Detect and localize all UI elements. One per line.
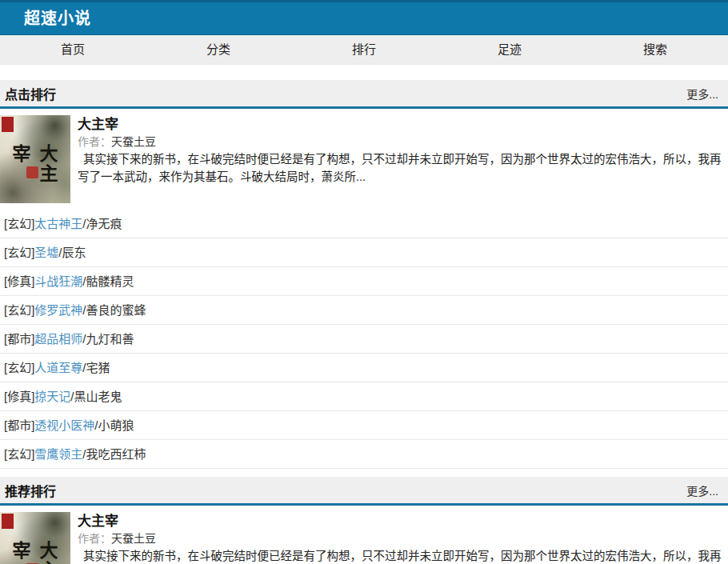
list-item: [玄幻]太古神王/净无痕 <box>0 210 728 238</box>
featured-book-title[interactable]: 大主宰 <box>78 116 725 134</box>
featured-book-author-line: 作者：天蚕土豆 <box>78 134 725 150</box>
book-category: [都市] <box>4 418 34 432</box>
nav-item-search[interactable]: 搜索 <box>582 35 728 64</box>
featured-book: 大主宰 大主宰 作者：天蚕土豆 其实接下来的新书，在斗破完结时便已经是有了构想，… <box>0 506 728 564</box>
list-item: [修真]掠天记/黑山老鬼 <box>0 382 728 411</box>
featured-book-description: 其实接下来的新书，在斗破完结时便已经是有了构想，只不过却并未立即开始写，因为那个… <box>78 150 725 186</box>
book-category: [玄幻] <box>4 447 34 461</box>
site-title[interactable]: 超速小说 <box>0 2 728 34</box>
book-title-link[interactable]: 雪鹰领主 <box>34 447 82 461</box>
section-title: 点击排行 <box>5 84 56 103</box>
author-name: 天蚕土豆 <box>111 135 156 148</box>
book-title-link[interactable]: 透视小医神 <box>34 418 94 432</box>
book-category: [玄幻] <box>4 361 34 374</box>
book-category: [修真] <box>4 390 34 403</box>
book-title-link[interactable]: 斗战狂潮 <box>34 274 82 288</box>
click-ranking-list: [玄幻]太古神王/净无痕 [玄幻]圣墟/辰东 [修真]斗战狂潮/骷髅精灵 [玄幻… <box>0 210 728 469</box>
featured-book: 大主宰 大主宰 作者：天蚕土豆 其实接下来的新书，在斗破完结时便已经是有了构想，… <box>0 109 728 203</box>
list-item: [都市]透视小医神/小萌狼 <box>0 411 728 440</box>
cover-red-corner-mark <box>2 514 14 529</box>
more-link[interactable]: 更多... <box>686 86 718 102</box>
book-title-link[interactable]: 超品相师 <box>34 332 82 346</box>
featured-book-author-line: 作者：天蚕土豆 <box>78 530 725 547</box>
featured-book-info: 大主宰 作者：天蚕土豆 其实接下来的新书，在斗破完结时便已经是有了构想，只不过却… <box>70 512 728 564</box>
more-link[interactable]: 更多... <box>686 482 718 498</box>
cover-red-corner-mark <box>2 117 14 132</box>
book-cover-image[interactable]: 大主宰 <box>0 115 70 203</box>
book-author: 骷髅精灵 <box>86 274 134 288</box>
list-item: [玄幻]修罗武神/善良的蜜蜂 <box>0 296 728 325</box>
book-category: [都市] <box>4 332 34 346</box>
cover-calligraphy-text: 大主宰 <box>6 541 61 564</box>
featured-book-title[interactable]: 大主宰 <box>78 513 725 530</box>
cover-red-seal <box>26 166 38 178</box>
book-category: [玄幻] <box>4 217 34 230</box>
list-item: [修真]斗战狂潮/骷髅精灵 <box>0 267 728 296</box>
book-author: 黑山老鬼 <box>74 390 122 403</box>
book-author: 小萌狼 <box>98 418 134 432</box>
nav-item-history[interactable]: 足迹 <box>437 35 582 64</box>
list-item: [都市]超品相师/九灯和善 <box>0 325 728 354</box>
app-header: 超速小说 <box>0 0 728 35</box>
featured-book-info: 大主宰 作者：天蚕土豆 其实接下来的新书，在斗破完结时便已经是有了构想，只不过却… <box>70 115 728 203</box>
nav-item-category[interactable]: 分类 <box>146 35 291 64</box>
book-category: [玄幻] <box>4 246 34 259</box>
nav-item-ranking[interactable]: 排行 <box>291 35 437 64</box>
book-category: [修真] <box>4 274 34 288</box>
list-item: [玄幻]雪鹰领主/我吃西红柿 <box>0 440 728 469</box>
book-author: 我吃西红柿 <box>86 447 146 461</box>
spacer <box>0 65 728 80</box>
author-label: 作者： <box>78 135 111 148</box>
book-author: 辰东 <box>62 246 86 259</box>
book-author: 善良的蜜蜂 <box>86 303 146 317</box>
featured-book-description: 其实接下来的新书，在斗破完结时便已经是有了构想，只不过却并未立即开始写，因为那个… <box>78 547 725 564</box>
book-title-link[interactable]: 人道至尊 <box>34 361 82 374</box>
list-item: [玄幻]圣墟/辰东 <box>0 238 728 267</box>
book-author: 宅猪 <box>86 361 110 374</box>
book-title-link[interactable]: 掠天记 <box>34 390 70 403</box>
book-title-link[interactable]: 太古神王 <box>34 217 82 230</box>
author-name: 天蚕土豆 <box>111 532 156 545</box>
book-title-link[interactable]: 圣墟 <box>34 246 58 259</box>
list-item: [玄幻]人道至尊/宅猪 <box>0 354 728 382</box>
nav-item-home[interactable]: 首页 <box>0 35 146 64</box>
section-title: 推荐排行 <box>5 481 56 500</box>
book-author: 九灯和善 <box>86 332 134 346</box>
spacer <box>0 469 728 477</box>
section-header-recommend-ranking: 推荐排行 更多... <box>0 477 728 506</box>
section-header-click-ranking: 点击排行 更多... <box>0 80 728 109</box>
book-title-link[interactable]: 修罗武神 <box>34 303 82 317</box>
author-label: 作者： <box>78 532 111 545</box>
main-nav: 首页 分类 排行 足迹 搜索 <box>0 35 728 65</box>
book-author: 净无痕 <box>86 217 122 230</box>
book-category: [玄幻] <box>4 303 34 317</box>
book-cover-image[interactable]: 大主宰 <box>0 512 70 564</box>
